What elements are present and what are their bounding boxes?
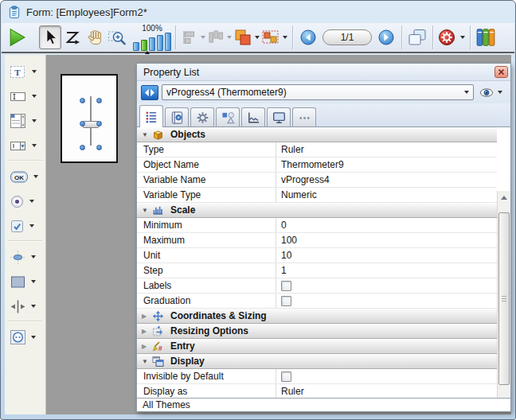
zoom-level-widget[interactable]: 100% xyxy=(133,25,171,51)
section-header-coordinates-sizing[interactable]: ▶Coordinates & Sizing xyxy=(137,309,497,324)
splitter-icon xyxy=(10,299,26,314)
tab-book[interactable] xyxy=(165,107,189,126)
property-value-cell[interactable] xyxy=(276,294,497,308)
palette-tool-static-text[interactable]: T xyxy=(10,61,45,82)
scrollbar[interactable] xyxy=(497,191,510,399)
property-tabs xyxy=(137,103,510,127)
selection-handle[interactable] xyxy=(80,121,85,126)
selection-handle[interactable] xyxy=(80,145,85,150)
tab-screen[interactable] xyxy=(267,107,291,126)
eye-icon xyxy=(479,87,494,99)
property-list-header[interactable]: Property List xyxy=(137,64,510,81)
zoom-tool-button[interactable] xyxy=(106,25,128,49)
property-value[interactable]: Ruler xyxy=(281,144,304,155)
tab-gear[interactable] xyxy=(190,107,214,126)
checkbox-unchecked[interactable] xyxy=(281,296,291,306)
library-button[interactable] xyxy=(475,25,497,49)
property-value[interactable]: vProgress4 xyxy=(281,174,330,185)
group-menu-button[interactable] xyxy=(260,25,288,49)
chevron-down-icon xyxy=(32,95,37,98)
section-header-display[interactable]: ▼Display xyxy=(137,354,497,369)
property-value[interactable]: Thermometer9 xyxy=(281,159,344,170)
property-value[interactable]: 0 xyxy=(281,220,287,231)
zoom-bar-400[interactable] xyxy=(157,35,163,51)
checkbox-unchecked[interactable] xyxy=(281,281,291,291)
object-selector-row: vProgress4 (Thermometer9) xyxy=(137,81,510,103)
previous-page-button[interactable] xyxy=(297,25,319,49)
section-header-scale[interactable]: ▼Scale xyxy=(137,203,497,218)
palette-tool-combo-box[interactable] xyxy=(10,135,45,156)
entry-order-tool-button[interactable] xyxy=(61,25,84,49)
tab-more[interactable] xyxy=(292,107,316,126)
section-header-entry[interactable]: ▶#Entry xyxy=(137,339,497,354)
checkbox-unchecked[interactable] xyxy=(281,371,291,382)
tab-list[interactable] xyxy=(139,105,163,127)
scrollbar-thumb[interactable] xyxy=(498,212,510,385)
form-editor-window: Form: [Employees]Form2* xyxy=(0,0,516,420)
palette-tool-radio-button[interactable] xyxy=(10,191,45,212)
zoom-bar-200[interactable] xyxy=(149,37,155,51)
property-value[interactable]: 10 xyxy=(281,250,291,261)
view-options-button[interactable] xyxy=(479,87,502,99)
gear-tab-icon xyxy=(196,111,209,125)
form-settings-menu-button[interactable] xyxy=(437,25,466,49)
section-label: Resizing Options xyxy=(170,325,248,336)
property-value[interactable]: Numeric xyxy=(281,189,317,200)
next-page-button[interactable] xyxy=(375,25,397,49)
section-header-resizing-options[interactable]: ▶Resizing Options xyxy=(137,324,497,339)
zoom-bar-100-selected[interactable] xyxy=(141,40,147,51)
property-value-cell[interactable]: Ruler xyxy=(276,384,497,399)
palette-tool-rectangle[interactable] xyxy=(10,271,45,292)
object-selector-dropdown[interactable]: vProgress4 (Thermometer9) xyxy=(162,84,474,100)
zoom-bars[interactable] xyxy=(133,33,171,51)
ok-button-icon: OK xyxy=(10,169,29,185)
zoom-bar-50[interactable] xyxy=(133,42,139,51)
section-header-objects[interactable]: ▼Objects xyxy=(137,127,497,142)
code-editor-button[interactable] xyxy=(141,85,158,100)
zoom-bar-800[interactable] xyxy=(165,33,171,51)
scroll-up-button[interactable] xyxy=(498,192,510,204)
property-value-cell[interactable]: 1 xyxy=(276,263,497,278)
property-value-cell[interactable]: 0 xyxy=(276,218,497,232)
property-value[interactable]: 100 xyxy=(281,235,297,246)
property-value-cell[interactable] xyxy=(276,369,497,383)
tab-chart[interactable] xyxy=(241,107,265,126)
palette-tool-plugin-area[interactable] xyxy=(10,327,45,348)
palette-tool-ok-button[interactable]: OK xyxy=(10,166,45,187)
section-label: Objects xyxy=(170,129,205,140)
property-value-cell[interactable]: Ruler xyxy=(276,142,497,157)
windows-section-icon xyxy=(152,356,164,368)
separator xyxy=(292,25,293,49)
property-value-cell[interactable] xyxy=(276,278,497,293)
property-value-cell[interactable]: Numeric xyxy=(276,188,497,202)
distribute-menu-button[interactable] xyxy=(206,25,233,49)
selection-handle[interactable] xyxy=(96,121,102,126)
palette-tool-check-box[interactable] xyxy=(10,216,45,236)
move-tool-button[interactable] xyxy=(84,25,106,49)
selection-handle[interactable] xyxy=(80,98,85,103)
align-menu-button[interactable] xyxy=(180,25,206,49)
display-pages-button[interactable] xyxy=(406,25,428,49)
palette-tool-splitter[interactable] xyxy=(10,296,45,317)
selection-handle[interactable] xyxy=(96,145,102,150)
palette-tool-input-field[interactable] xyxy=(10,86,45,107)
form-page[interactable] xyxy=(61,74,118,163)
section-label: Entry xyxy=(170,340,195,352)
run-form-button[interactable] xyxy=(6,25,28,49)
selection-handle[interactable] xyxy=(96,98,102,103)
property-value[interactable]: Ruler xyxy=(281,386,304,397)
palette-tool-list-box[interactable] xyxy=(10,111,45,131)
themes-footer[interactable]: All Themes xyxy=(137,398,510,411)
page-indicator[interactable]: 1/1 xyxy=(322,29,372,45)
title-bar[interactable]: Form: [Employees]Form2* xyxy=(1,1,515,23)
palette-tool-slider[interactable] xyxy=(10,247,45,267)
select-tool-button[interactable] xyxy=(39,25,61,49)
property-value-cell[interactable]: 100 xyxy=(276,233,497,247)
tab-shapes[interactable] xyxy=(216,107,240,126)
property-value-cell[interactable]: 10 xyxy=(276,248,497,262)
property-value-cell[interactable]: vProgress4 xyxy=(276,173,497,187)
property-value-cell[interactable]: Thermometer9 xyxy=(276,158,497,172)
close-button[interactable] xyxy=(494,66,508,78)
level-menu-button[interactable] xyxy=(233,25,260,49)
property-value[interactable]: 1 xyxy=(281,265,287,276)
